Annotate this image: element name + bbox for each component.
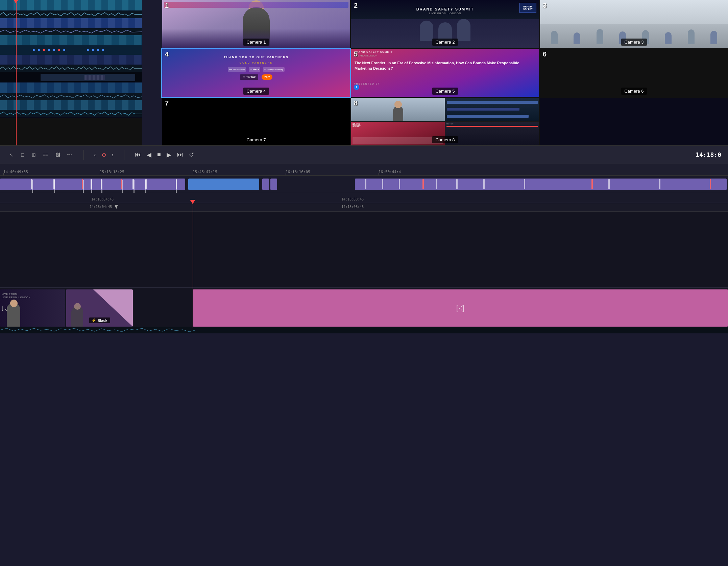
camera-cell-8[interactable]: BRANDSAFETY ISO REC 8 Camera 8: [351, 98, 539, 145]
svg-rect-13: [31, 179, 32, 189]
audio-strip: [0, 327, 728, 333]
track-segment-purple-2[interactable]: [262, 179, 269, 190]
track-segment-purple-right[interactable]: [355, 179, 727, 190]
svg-rect-21: [176, 179, 177, 189]
svg-point-4: [48, 49, 50, 51]
sep-1: [83, 150, 83, 160]
sep-2: [124, 150, 124, 160]
svg-rect-0: [0, 45, 142, 55]
camera-cell-2[interactable]: BRAND SAFETY SUMMIT LIVE FROM LONDON BRA…: [351, 0, 539, 48]
prev-marker-btn[interactable]: ‹: [92, 150, 98, 159]
next-marker-btn[interactable]: ›: [110, 150, 116, 159]
cam8-sub-4: ISO REC: [445, 122, 539, 145]
play-btn[interactable]: ▶: [165, 150, 173, 160]
svg-point-11: [102, 49, 104, 51]
play-reverse-btn[interactable]: ◀: [145, 150, 153, 160]
camera-cell-6[interactable]: 6 Camera 6: [540, 49, 728, 96]
main-timeline-track[interactable]: [0, 176, 728, 193]
playback-group: ⏮ ◀ ■ ▶ ⏭ ↺: [133, 150, 196, 160]
svg-marker-36: [115, 205, 118, 209]
svg-rect-25: [422, 179, 424, 189]
svg-rect-27: [456, 179, 458, 189]
camera-cell-4[interactable]: THANK YOU TO OUR PARTNERS GOLD PARTNERS …: [162, 49, 350, 96]
track-segment-purple-3[interactable]: [270, 179, 277, 190]
record-in-btn[interactable]: ⊙: [100, 150, 108, 159]
tool-pointer[interactable]: ↖: [7, 151, 16, 159]
svg-point-8: [87, 49, 89, 51]
tool-audio[interactable]: 〰: [65, 151, 75, 159]
timeline-row-4[interactable]: [0, 55, 142, 65]
timeline-row-2[interactable]: [0, 18, 142, 28]
cam8-sub-1: [351, 98, 445, 121]
svg-point-2: [38, 49, 40, 51]
loop-btn[interactable]: ↺: [187, 150, 196, 160]
svg-rect-30: [591, 179, 593, 189]
camera-7-label: Camera 7: [243, 136, 269, 143]
left-timeline: [0, 0, 142, 145]
timeline-row-6[interactable]: [0, 100, 142, 110]
timeline-row-dark: [0, 72, 142, 82]
clip-track[interactable]: LIVE FROM LIVE FROM LONDON [·:] ⚡: [0, 287, 728, 328]
detail-ruler: 14:18:04:45 14:18:08:45: [0, 203, 728, 212]
svg-rect-32: [659, 179, 660, 189]
track-segment-blue-1[interactable]: [188, 179, 259, 190]
timeline-row-1[interactable]: [0, 0, 142, 11]
clip-segment-pink[interactable]: [·:]: [193, 289, 728, 327]
svg-rect-14: [53, 179, 55, 189]
camera-cell-1[interactable]: 1 Camera 1: [162, 0, 350, 48]
camera-3-label: Camera 3: [621, 39, 647, 46]
clip-pink-inout: [·:]: [456, 304, 464, 312]
timeline-row-3[interactable]: [0, 35, 142, 45]
timecode-display: 14:18:0: [696, 151, 721, 158]
logo-tiktok: ✦ TikTok: [240, 74, 259, 80]
detail-timeline[interactable]: 14:18:04:45 14:18:08:45: [0, 203, 728, 287]
track-segment-purple-1[interactable]: [0, 179, 185, 190]
timecode-value: 14:18:0: [696, 151, 721, 158]
clip-segment-main[interactable]: LIVE FROM LIVE FROM LONDON [·:] ⚡: [0, 289, 133, 327]
tool-zoom[interactable]: ≡≡: [40, 151, 51, 159]
camera-1-label: Camera 1: [243, 39, 269, 46]
camera-1-number: 1: [165, 2, 169, 9]
tool-clip[interactable]: ⊟: [18, 151, 27, 159]
camera-5-banner: BRAND SAFETY SUMMIT: [354, 50, 393, 53]
tool-blade[interactable]: ⊞: [29, 151, 39, 159]
camera-4-partners: THANK YOU TO OUR PARTNERS: [162, 55, 350, 59]
camera-cell-5[interactable]: BRAND SAFETY SUMMIT LIVE FROM LONDON The…: [351, 49, 539, 96]
camera-2-number: 2: [354, 2, 358, 9]
svg-point-3: [43, 49, 45, 51]
camera-3-number: 3: [543, 2, 547, 9]
camera-grid: 1 Camera 1 BRAND SAFETY SUMMIT LIVE FROM…: [162, 0, 728, 145]
go-to-end-btn[interactable]: ⏭: [175, 150, 185, 160]
sec-ruler-mark-2: 14:18:08:45: [341, 197, 364, 201]
tool-image[interactable]: 🖼: [53, 151, 63, 159]
timeline-row-wave5: [0, 110, 142, 118]
secondary-ruler: 14:18:04:45 14:18:08:45: [0, 193, 728, 203]
svg-rect-31: [608, 179, 610, 189]
timeline-ruler: 14:40:49:35 15:13:18:25 15:45:47:15 16:1…: [0, 164, 728, 176]
timeline-row-wave2: [0, 28, 142, 35]
camera-2-banner-line2: LIVE FROM LONDON: [429, 12, 461, 15]
stop-btn[interactable]: ■: [155, 150, 163, 160]
camera-6-number: 6: [543, 50, 547, 58]
camera-5-number: 5: [354, 50, 358, 58]
camera-6-label: Camera 6: [621, 88, 647, 95]
camera-5-title: The Next Frontier: In an Era of Pervasiv…: [355, 61, 536, 71]
timeline-row-wave4: [0, 93, 142, 100]
timeline-row-wave1: [0, 11, 142, 18]
timeline-row-dots: [0, 45, 142, 55]
go-to-start-btn[interactable]: ⏮: [133, 150, 143, 160]
camera-cell-7[interactable]: 7 Camera 7: [162, 98, 350, 145]
cam8-sub-2: [445, 98, 539, 121]
timeline-row-5[interactable]: [0, 82, 142, 93]
camera-4-gold: GOLD PARTNERS: [162, 62, 350, 64]
camera-5-presented: PRESENTED BY: [354, 82, 380, 85]
detail-area: [0, 212, 728, 287]
camera-cell-3[interactable]: 3 Camera 3: [540, 0, 728, 48]
clip-lightning-icon: ⚡: [92, 318, 96, 323]
svg-point-9: [92, 49, 94, 51]
clip-in-marker: [·:]: [2, 305, 8, 311]
svg-rect-29: [524, 179, 525, 189]
playhead-triangle: [13, 0, 19, 3]
clip-track-playhead: [193, 288, 193, 328]
svg-rect-28: [483, 179, 485, 189]
